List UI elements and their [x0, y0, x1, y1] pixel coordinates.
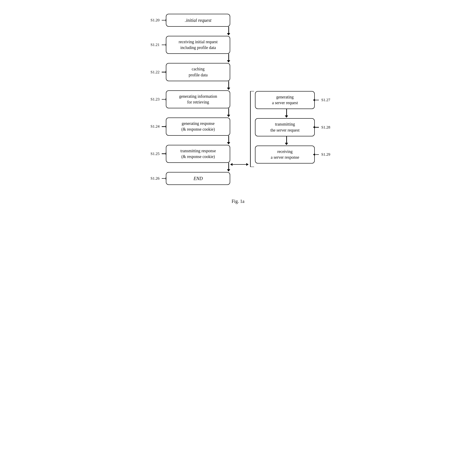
step-s1-29-row: receiving a server response S1.29 [255, 146, 330, 163]
label-s1-23: S1.23 [146, 97, 159, 102]
arrow-right-s1-25 [162, 153, 166, 154]
box-s1-20: .initial request [166, 14, 230, 27]
box-s1-26: END [166, 172, 230, 185]
arrow-s1-24-to-s1-25 [227, 136, 230, 145]
step-s1-21-row: S1.21 receiving initial request includin… [146, 36, 230, 54]
right-column-wrapper: generating a server request S1.27 transm… [249, 91, 330, 167]
label-s1-27: S1.27 [321, 98, 330, 102]
arrow-left-s1-29 [315, 154, 319, 155]
arrow-left-s1-27 [315, 100, 319, 100]
step-s1-23-row: S1.23 generating information for retriev… [146, 90, 230, 108]
left-column: S1.20 .initial request S1.21 receiving i… [146, 14, 230, 185]
step-s1-28-row: transmitting the server request S1.28 [255, 118, 330, 136]
arrow-right-s1-26 [162, 178, 166, 179]
label-s1-21: S1.21 [146, 43, 159, 47]
step-s1-26-row: S1.26 END [146, 172, 230, 185]
box-s1-23: generating information for retrieving [166, 90, 230, 108]
step-s1-20-row: S1.20 .initial request [146, 14, 230, 27]
box-s1-24: generating response (& response cookie) [166, 118, 230, 135]
step-s1-24-row: S1.24 generating response (& response co… [146, 118, 230, 135]
right-column: generating a server request S1.27 transm… [255, 91, 330, 163]
box-s1-22: caching profile data [166, 63, 230, 81]
arrow-right-s1-24 [162, 126, 166, 127]
step-s1-25-row: S1.25 transmitting response (& response … [146, 145, 230, 163]
two-column-layout: S1.20 .initial request S1.21 receiving i… [135, 14, 341, 185]
label-s1-26: S1.26 [146, 176, 159, 181]
label-s1-22: S1.22 [146, 70, 159, 75]
label-s1-20: S1.20 [146, 18, 159, 23]
double-arrow [230, 161, 249, 168]
box-s1-25: transmitting response (& response cookie… [166, 145, 230, 163]
label-s1-24: S1.24 [146, 124, 159, 129]
figure-caption: Fig. 1a [135, 199, 341, 204]
box-s1-21: receiving initial request including prof… [166, 36, 230, 54]
arrow-s1-25-to-s1-26 [227, 163, 230, 172]
arrow-right-s1-21 [162, 45, 166, 45]
arrow-s1-22-to-s1-23 [227, 81, 230, 90]
middle-connector [230, 161, 249, 168]
box-s1-28: transmitting the server request [255, 118, 315, 136]
diagram-container: S1.20 .initial request S1.21 receiving i… [135, 9, 341, 209]
label-s1-25: S1.25 [146, 151, 159, 156]
box-s1-27: generating a server request [255, 91, 315, 109]
arrow-s1-23-to-s1-24 [227, 108, 230, 118]
arrow-s1-27-to-s1-28 [285, 109, 288, 118]
arrow-s1-21-to-s1-22 [227, 54, 230, 63]
arrow-right-s1-23 [162, 99, 166, 100]
step-s1-22-row: S1.22 caching profile data [146, 63, 230, 81]
arrow-right-s1-22 [162, 72, 166, 72]
arrow-s1-20-to-s1-21 [227, 27, 230, 36]
arrow-s1-28-to-s1-29 [285, 136, 288, 146]
label-s1-28: S1.28 [321, 125, 330, 130]
arrow-right-s1-20 [162, 20, 166, 21]
bracket-svg [249, 91, 255, 167]
arrow-left-s1-28 [315, 127, 319, 128]
label-s1-29: S1.29 [321, 152, 330, 157]
step-s1-27-row: generating a server request S1.27 [255, 91, 330, 109]
box-s1-29: receiving a server response [255, 146, 315, 163]
